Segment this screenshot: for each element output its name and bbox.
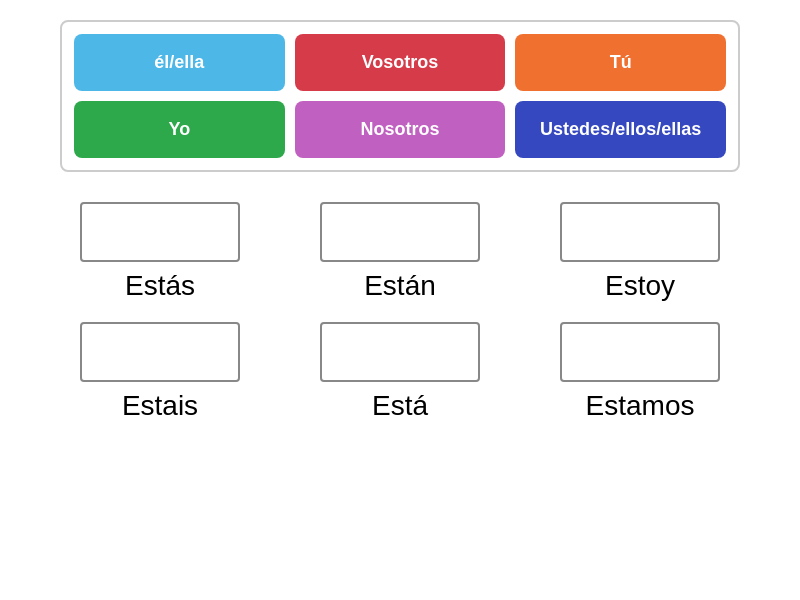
drop-box-estoy[interactable]: [560, 202, 720, 262]
drag-card-ustedes[interactable]: Ustedes/ellos/ellas: [515, 101, 726, 158]
drop-box-esta[interactable]: [320, 322, 480, 382]
drag-card-vosotros[interactable]: Vosotros: [295, 34, 506, 91]
drop-area: EstásEstánEstoyEstaisEstáEstamos: [60, 202, 740, 422]
drag-card-el-ella[interactable]: él/ella: [74, 34, 285, 91]
drop-item-estoy: Estoy: [540, 202, 740, 302]
drop-box-estais[interactable]: [80, 322, 240, 382]
drag-bank: él/ellaVosotrosTúYoNosotrosUstedes/ellos…: [60, 20, 740, 172]
drop-label-estoy: Estoy: [605, 270, 675, 302]
drop-box-estas[interactable]: [80, 202, 240, 262]
drop-item-esta: Está: [300, 322, 500, 422]
drop-item-estais: Estais: [60, 322, 260, 422]
drop-item-estamos: Estamos: [540, 322, 740, 422]
drop-box-estan[interactable]: [320, 202, 480, 262]
drag-card-nosotros[interactable]: Nosotros: [295, 101, 506, 158]
drop-item-estan: Están: [300, 202, 500, 302]
drag-card-tu[interactable]: Tú: [515, 34, 726, 91]
drop-label-estamos: Estamos: [586, 390, 695, 422]
drop-label-estan: Están: [364, 270, 436, 302]
drop-label-estais: Estais: [122, 390, 198, 422]
drag-card-yo[interactable]: Yo: [74, 101, 285, 158]
drop-label-estas: Estás: [125, 270, 195, 302]
drop-box-estamos[interactable]: [560, 322, 720, 382]
drop-label-esta: Está: [372, 390, 428, 422]
drop-item-estas: Estás: [60, 202, 260, 302]
